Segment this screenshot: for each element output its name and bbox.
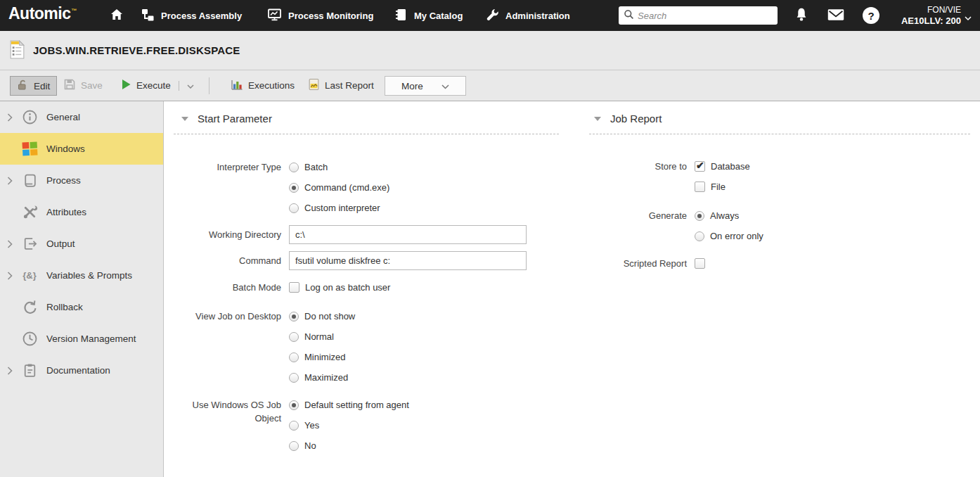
field-label: Interpreter Type — [164, 157, 289, 177]
execute-dropdown-chevron-icon[interactable] — [187, 80, 194, 91]
checkbox-option-log-on-as-batch-user[interactable]: Log on as batch user — [289, 277, 390, 298]
nav-label: My Catalog — [414, 11, 463, 21]
radio-option-batch[interactable]: Batch — [289, 157, 389, 177]
field-label: Command — [164, 251, 289, 270]
interpreter-type-group: Interpreter Type Batch Command (cmd.exe)… — [164, 157, 389, 218]
radio-option-normal[interactable]: Normal — [289, 326, 355, 347]
client-session-selector[interactable]: FON/VIE AE10LLV: 200 — [894, 4, 961, 27]
clock-icon — [21, 331, 38, 348]
field-label: Working Directory — [164, 225, 289, 244]
sidebar-item-documentation[interactable]: Documentation — [0, 355, 163, 386]
chevron-right-icon[interactable] — [7, 367, 18, 375]
sidebar-item-rollback[interactable]: Rollback — [0, 291, 163, 323]
view-job-on-desktop-group: View Job on Desktop Do not show Normal M… — [164, 306, 355, 388]
collapse-triangle-icon[interactable] — [181, 117, 188, 121]
edit-button[interactable]: Edit — [10, 76, 57, 96]
radio-option-always[interactable]: Always — [695, 205, 763, 226]
field-label: View Job on Desktop — [164, 306, 289, 326]
messages-button[interactable] — [827, 0, 845, 31]
tools-icon — [21, 204, 38, 221]
radio-unchecked — [289, 203, 299, 213]
object-title-bar: JOBS.WIN.RETRIEVE.FREE.DISKSPACE — [0, 31, 980, 70]
store-to-group: Store to Database File — [589, 156, 750, 197]
chevron-right-icon[interactable] — [7, 240, 18, 248]
search-icon — [624, 9, 634, 22]
process-assembly-icon — [141, 8, 155, 24]
radio-option-on-error-only[interactable]: On error only — [695, 226, 763, 246]
radio-option-maximized[interactable]: Maximized — [289, 367, 355, 388]
scripted-report-row: Scripted Report — [589, 253, 705, 274]
radio-option-default-setting-from-agent[interactable]: Default setting from agent — [289, 395, 409, 415]
radio-unchecked — [289, 441, 299, 451]
chevron-right-icon[interactable] — [7, 272, 18, 280]
nav-process-assembly[interactable]: Process Assembly — [141, 0, 242, 31]
rollback-undo-icon — [21, 299, 38, 316]
nav-administration[interactable]: Administration — [485, 0, 570, 31]
sidebar-item-process[interactable]: Process — [0, 165, 163, 196]
radio-option-yes[interactable]: Yes — [289, 415, 409, 435]
batch-mode-row: Batch Mode Log on as batch user — [164, 277, 390, 298]
generate-group: Generate Always On error only — [589, 205, 763, 246]
nav-process-monitoring[interactable]: Process Monitoring — [267, 0, 373, 31]
checkbox-option-scripted-report[interactable] — [695, 253, 705, 274]
executions-button[interactable]: Executions — [231, 70, 295, 101]
windows-logo-icon — [21, 141, 38, 158]
object-name-title: JOBS.WIN.RETRIEVE.FREE.DISKSPACE — [33, 44, 240, 56]
field-label: Store to — [589, 156, 695, 177]
sidebar-item-windows[interactable]: Windows — [0, 133, 163, 165]
radio-option-no[interactable]: No — [289, 435, 409, 456]
sidebar-item-version-management[interactable]: Version Management — [0, 323, 163, 355]
section-divider — [174, 134, 559, 134]
sidebar-item-general[interactable]: General — [0, 101, 163, 133]
radio-option-custom-interpreter[interactable]: Custom interpreter — [289, 198, 389, 218]
job-report-section-header: Job Report — [594, 113, 662, 125]
radio-unchecked — [289, 163, 299, 172]
start-parameter-section-header: Start Parameter — [181, 113, 272, 125]
variables-braces-icon: {&} — [21, 267, 38, 284]
radio-option-minimized[interactable]: Minimized — [289, 347, 355, 367]
field-label: Generate — [589, 205, 695, 226]
help-icon: ? — [863, 7, 879, 24]
radio-unchecked — [289, 373, 299, 383]
automic-logo: Automic™ — [8, 4, 77, 23]
radio-option-command[interactable]: Command (cmd.exe) — [289, 177, 389, 198]
save-button[interactable]: Save — [63, 70, 103, 101]
field-label: Scripted Report — [589, 253, 695, 274]
client-chevron-down-icon[interactable] — [965, 13, 972, 23]
chevron-right-icon[interactable] — [7, 113, 18, 122]
last-report-button[interactable]: Last Report — [308, 70, 374, 101]
nav-my-catalog[interactable]: My Catalog — [394, 0, 463, 31]
checkbox-option-file[interactable]: File — [695, 177, 750, 197]
collapse-triangle-icon[interactable] — [594, 117, 601, 121]
save-floppy-icon — [63, 78, 76, 93]
automic-app-window: Automic™ Process Assembly Process Monito… — [0, 0, 980, 477]
section-title: Start Parameter — [198, 113, 272, 125]
checkbox-unchecked — [695, 182, 705, 192]
nav-label: Process Assembly — [161, 11, 242, 21]
form-content-area: Start Parameter Interpreter Type Batch C… — [164, 101, 980, 477]
search-input[interactable] — [638, 11, 773, 21]
checkbox-option-database[interactable]: Database — [695, 156, 750, 177]
home-button[interactable] — [110, 0, 124, 31]
sidebar-item-attributes[interactable]: Attributes — [0, 196, 163, 228]
notifications-button[interactable] — [794, 0, 809, 31]
more-dropdown-button[interactable]: More — [385, 76, 466, 96]
field-label: Use Windows OS Job Object — [164, 395, 289, 425]
execute-button[interactable]: Execute — [121, 70, 194, 101]
working-directory-input[interactable] — [289, 225, 527, 244]
nav-label: Administration — [505, 11, 570, 21]
trademark-symbol: ™ — [72, 8, 77, 14]
radio-option-do-not-show[interactable]: Do not show — [289, 306, 355, 326]
radio-checked — [289, 400, 299, 410]
radio-unchecked — [695, 231, 704, 241]
section-divider — [589, 134, 970, 134]
section-title: Job Report — [610, 113, 662, 125]
chevron-right-icon[interactable] — [7, 177, 18, 185]
sidebar-item-variables-prompts[interactable]: {&} Variables & Prompts — [0, 260, 163, 291]
working-directory-row: Working Directory — [164, 225, 527, 244]
sidebar-item-output[interactable]: Output — [0, 228, 163, 260]
administration-wrench-icon — [485, 8, 499, 24]
command-input[interactable] — [289, 251, 527, 270]
action-toolbar: Edit Save Execute Executions — [0, 70, 980, 101]
help-button[interactable]: ? — [863, 0, 879, 31]
